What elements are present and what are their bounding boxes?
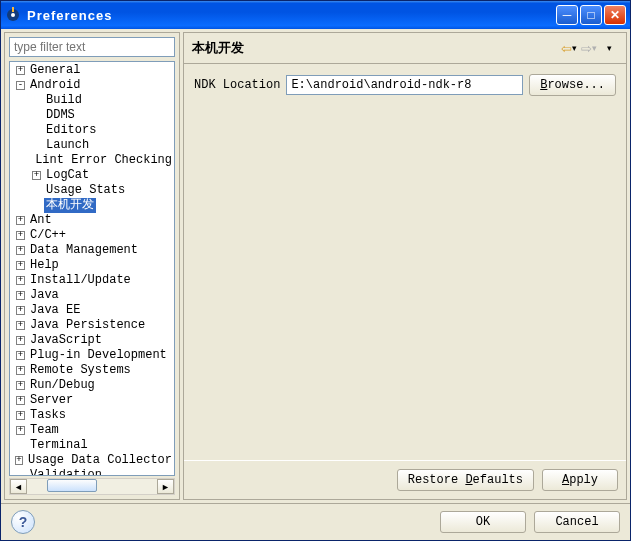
- tree-toggle-icon[interactable]: -: [16, 81, 25, 90]
- browse-button[interactable]: Browse...: [529, 74, 616, 96]
- preferences-tree-pane: +General-AndroidBuildDDMSEditorsLaunchLi…: [4, 32, 180, 500]
- tree-item-label: Help: [28, 258, 61, 273]
- tree-item-label: Android: [28, 78, 82, 93]
- tree-item[interactable]: Editors: [10, 123, 174, 138]
- tree-item-label: Server: [28, 393, 75, 408]
- preferences-tree[interactable]: +General-AndroidBuildDDMSEditorsLaunchLi…: [9, 61, 175, 476]
- tree-item[interactable]: Launch: [10, 138, 174, 153]
- tree-horizontal-scrollbar[interactable]: ◄ ►: [9, 478, 175, 495]
- tree-item[interactable]: +Java EE: [10, 303, 174, 318]
- tree-toggle-icon[interactable]: +: [16, 291, 25, 300]
- tree-item[interactable]: +Data Management: [10, 243, 174, 258]
- page-title: 本机开发: [192, 39, 558, 57]
- tree-toggle-icon[interactable]: +: [16, 351, 25, 360]
- tree-item-label: Java EE: [28, 303, 82, 318]
- tree-toggle-icon[interactable]: +: [16, 411, 25, 420]
- tree-item[interactable]: +C/C++: [10, 228, 174, 243]
- svg-rect-2: [12, 7, 14, 12]
- tree-toggle-icon[interactable]: +: [16, 216, 25, 225]
- tree-item[interactable]: +Server: [10, 393, 174, 408]
- tree-item-label: Java Persistence: [28, 318, 147, 333]
- restore-defaults-button[interactable]: Restore Defaults: [397, 469, 534, 491]
- tree-item[interactable]: +Java: [10, 288, 174, 303]
- window-title: Preferences: [27, 8, 556, 23]
- scroll-track[interactable]: [27, 479, 157, 494]
- tree-item-label: C/C++: [28, 228, 68, 243]
- tree-toggle-icon[interactable]: +: [16, 366, 25, 375]
- tree-item[interactable]: +Remote Systems: [10, 363, 174, 378]
- tree-item-label: LogCat: [44, 168, 91, 183]
- preferences-page: 本机开发 ⇦▾ ⇨▾ ▾ NDK Location Browse... Rest…: [183, 32, 627, 500]
- tree-item[interactable]: +General: [10, 63, 174, 78]
- tree-toggle-icon[interactable]: +: [16, 396, 25, 405]
- filter-input[interactable]: [14, 40, 170, 54]
- tree-item[interactable]: Lint Error Checking: [10, 153, 174, 168]
- tree-toggle-icon[interactable]: +: [16, 336, 25, 345]
- tree-item-label: Team: [28, 423, 61, 438]
- tree-item[interactable]: Validation: [10, 468, 174, 476]
- tree-toggle-icon[interactable]: +: [16, 261, 25, 270]
- scroll-thumb[interactable]: [47, 479, 97, 492]
- scroll-left-arrow[interactable]: ◄: [10, 479, 27, 494]
- ndk-location-input[interactable]: [286, 75, 523, 95]
- tree-item[interactable]: +Install/Update: [10, 273, 174, 288]
- tree-item-label: Tasks: [28, 408, 68, 423]
- tree-item-label: Install/Update: [28, 273, 133, 288]
- tree-item-label: Usage Stats: [44, 183, 127, 198]
- tree-item-label: Run/Debug: [28, 378, 97, 393]
- svg-point-1: [11, 13, 15, 17]
- tree-toggle-icon[interactable]: +: [16, 246, 25, 255]
- tree-toggle-icon[interactable]: +: [16, 66, 25, 75]
- forward-button: ⇨▾: [580, 40, 598, 56]
- tree-item-label: Java: [28, 288, 61, 303]
- page-menu-button[interactable]: ▾: [600, 40, 618, 56]
- scroll-right-arrow[interactable]: ►: [157, 479, 174, 494]
- apply-button[interactable]: Apply: [542, 469, 618, 491]
- tree-item[interactable]: +Help: [10, 258, 174, 273]
- tree-item[interactable]: DDMS: [10, 108, 174, 123]
- tree-item-label: Terminal: [28, 438, 90, 453]
- tree-item[interactable]: Usage Stats: [10, 183, 174, 198]
- tree-item[interactable]: +LogCat: [10, 168, 174, 183]
- tree-item[interactable]: +Team: [10, 423, 174, 438]
- tree-item-label: Validation: [28, 468, 104, 476]
- tree-item[interactable]: +JavaScript: [10, 333, 174, 348]
- tree-toggle-icon[interactable]: +: [16, 381, 25, 390]
- tree-item-label: General: [28, 63, 82, 78]
- tree-toggle-icon[interactable]: +: [16, 231, 25, 240]
- tree-toggle-icon[interactable]: +: [16, 276, 25, 285]
- tree-item[interactable]: -Android: [10, 78, 174, 93]
- tree-item-label: Launch: [44, 138, 91, 153]
- help-button[interactable]: ?: [11, 510, 35, 534]
- close-button[interactable]: ✕: [604, 5, 626, 25]
- tree-item[interactable]: Terminal: [10, 438, 174, 453]
- tree-item-label: Usage Data Collector: [26, 453, 174, 468]
- tree-item-label: Data Management: [28, 243, 140, 258]
- tree-toggle-icon[interactable]: +: [32, 171, 41, 180]
- tree-toggle-icon[interactable]: +: [16, 321, 25, 330]
- maximize-button[interactable]: □: [580, 5, 602, 25]
- tree-item[interactable]: Build: [10, 93, 174, 108]
- tree-toggle-icon[interactable]: +: [16, 426, 25, 435]
- tree-item-label: Ant: [28, 213, 54, 228]
- filter-text-box[interactable]: [9, 37, 175, 57]
- tree-item[interactable]: +Ant: [10, 213, 174, 228]
- tree-item[interactable]: 本机开发: [10, 198, 174, 213]
- tree-item-label: Build: [44, 93, 84, 108]
- tree-item[interactable]: +Plug-in Development: [10, 348, 174, 363]
- tree-item-label: JavaScript: [28, 333, 104, 348]
- tree-toggle-icon[interactable]: +: [15, 456, 23, 465]
- cancel-button[interactable]: Cancel: [534, 511, 620, 533]
- tree-item[interactable]: +Usage Data Collector: [10, 453, 174, 468]
- titlebar[interactable]: Preferences ─ □ ✕: [1, 1, 630, 29]
- tree-toggle-icon[interactable]: +: [16, 306, 25, 315]
- tree-item-label: 本机开发: [44, 198, 96, 213]
- tree-item-label: Editors: [44, 123, 98, 138]
- back-button[interactable]: ⇦▾: [560, 40, 578, 56]
- tree-item[interactable]: +Run/Debug: [10, 378, 174, 393]
- tree-item[interactable]: +Tasks: [10, 408, 174, 423]
- tree-item[interactable]: +Java Persistence: [10, 318, 174, 333]
- tree-item-label: Plug-in Development: [28, 348, 169, 363]
- ok-button[interactable]: OK: [440, 511, 526, 533]
- minimize-button[interactable]: ─: [556, 5, 578, 25]
